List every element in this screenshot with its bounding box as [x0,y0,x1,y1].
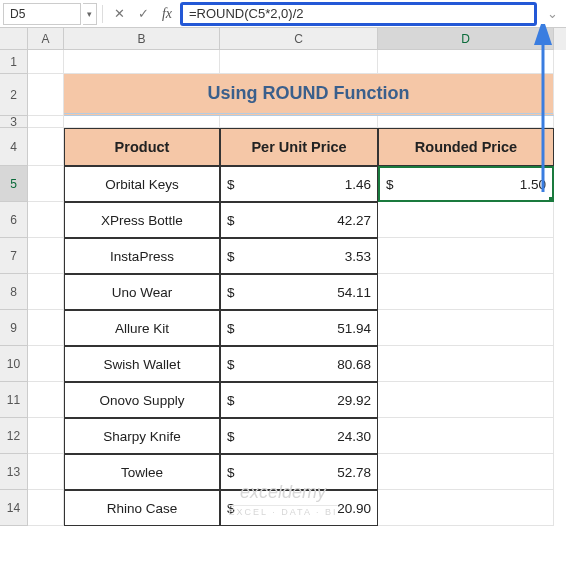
table-header-product[interactable]: Product [64,128,220,166]
cell[interactable] [378,116,554,128]
cell-price[interactable]: $52.78 [220,454,378,490]
cell[interactable] [28,454,64,490]
select-all-triangle[interactable] [0,28,28,50]
cell-product[interactable]: XPress Bottle [64,202,220,238]
cell[interactable] [28,274,64,310]
cancel-button[interactable]: ✕ [108,3,130,25]
row-header-13[interactable]: 13 [0,454,28,490]
col-header-b[interactable]: B [64,28,220,50]
cell[interactable] [64,50,220,74]
cell[interactable] [28,74,64,116]
cell-rounded[interactable] [378,490,554,526]
row-header-11[interactable]: 11 [0,382,28,418]
table-row: 14Rhino Case$20.90 [0,490,566,526]
cell[interactable] [28,166,64,202]
cell-rounded[interactable] [378,202,554,238]
table-row: 13Towlee$52.78 [0,454,566,490]
name-box-value: D5 [10,7,25,21]
cell[interactable] [28,490,64,526]
row-header-7[interactable]: 7 [0,238,28,274]
cell[interactable] [28,128,64,166]
cell-product[interactable]: InstaPress [64,238,220,274]
cell-rounded[interactable] [378,238,554,274]
cell-rounded[interactable] [378,274,554,310]
cell[interactable] [28,50,64,74]
table-row: 11Onovo Supply$29.92 [0,382,566,418]
cell-product[interactable]: Swish Wallet [64,346,220,382]
cell-price[interactable]: $24.30 [220,418,378,454]
cell-product[interactable]: Onovo Supply [64,382,220,418]
cell-price[interactable]: $51.94 [220,310,378,346]
col-header-c[interactable]: C [220,28,378,50]
title-cell[interactable]: Using ROUND Function [64,74,554,116]
cell-product[interactable]: Allure Kit [64,310,220,346]
name-box-dropdown[interactable]: ▾ [83,3,97,25]
row-header-10[interactable]: 10 [0,346,28,382]
row-header-3[interactable]: 3 [0,116,28,128]
cell-price[interactable]: $42.27 [220,202,378,238]
cell-rounded[interactable]: $1.50 [378,166,554,202]
confirm-button[interactable]: ✓ [132,3,154,25]
row-header-4[interactable]: 4 [0,128,28,166]
fx-icon: fx [162,6,172,22]
formula-expand-button[interactable]: ⌄ [541,3,563,25]
cell-rounded[interactable] [378,346,554,382]
cancel-icon: ✕ [114,6,125,21]
cell-rounded[interactable] [378,454,554,490]
check-icon: ✓ [138,6,149,21]
separator [102,5,103,23]
cell[interactable] [64,116,220,128]
col-header-d[interactable]: D [378,28,554,50]
grid-row: 3 [0,116,566,128]
cell-price[interactable]: $29.92 [220,382,378,418]
row-header-6[interactable]: 6 [0,202,28,238]
grid-row: 4 Product Per Unit Price Rounded Price [0,128,566,166]
cell[interactable] [28,310,64,346]
row-header-1[interactable]: 1 [0,50,28,74]
cell-rounded[interactable] [378,382,554,418]
fx-button[interactable]: fx [156,3,178,25]
cell[interactable] [28,346,64,382]
table-header-rounded[interactable]: Rounded Price [378,128,554,166]
row-header-12[interactable]: 12 [0,418,28,454]
row-header-9[interactable]: 9 [0,310,28,346]
table-header-price[interactable]: Per Unit Price [220,128,378,166]
row-header-2[interactable]: 2 [0,74,28,116]
table-row: 5Orbital Keys$1.46$1.50 [0,166,566,202]
col-header-a[interactable]: A [28,28,64,50]
cell[interactable] [378,50,554,74]
cell-product[interactable]: Towlee [64,454,220,490]
row-header-5[interactable]: 5 [0,166,28,202]
expand-icon: ⌄ [547,6,558,21]
cell-price[interactable]: $3.53 [220,238,378,274]
cell[interactable] [28,202,64,238]
cell-product[interactable]: Sharpy Knife [64,418,220,454]
cell-product[interactable]: Uno Wear [64,274,220,310]
chevron-down-icon: ▾ [87,9,92,19]
cell-rounded[interactable] [378,310,554,346]
cell-product[interactable]: Orbital Keys [64,166,220,202]
cell-price[interactable]: $54.11 [220,274,378,310]
cell-rounded[interactable] [378,418,554,454]
name-box[interactable]: D5 [3,3,81,25]
formula-input[interactable]: =ROUND(C5*2,0)/2 [180,2,537,26]
cell[interactable] [28,418,64,454]
cell-price[interactable]: $1.46 [220,166,378,202]
title-text: Using ROUND Function [208,83,410,104]
cell[interactable] [220,116,378,128]
cell-price[interactable]: $20.90 [220,490,378,526]
table-row: 7InstaPress$3.53 [0,238,566,274]
row-header-14[interactable]: 14 [0,490,28,526]
cell-price[interactable]: $80.68 [220,346,378,382]
table-row: 6XPress Bottle$42.27 [0,202,566,238]
cell[interactable] [28,238,64,274]
cell[interactable] [220,50,378,74]
table-row: 12Sharpy Knife$24.30 [0,418,566,454]
grid-row: 2 Using ROUND Function [0,74,566,116]
fill-handle[interactable] [549,197,554,202]
row-header-8[interactable]: 8 [0,274,28,310]
column-headers: A B C D [28,28,566,50]
cell-product[interactable]: Rhino Case [64,490,220,526]
cell[interactable] [28,116,64,128]
cell[interactable] [28,382,64,418]
